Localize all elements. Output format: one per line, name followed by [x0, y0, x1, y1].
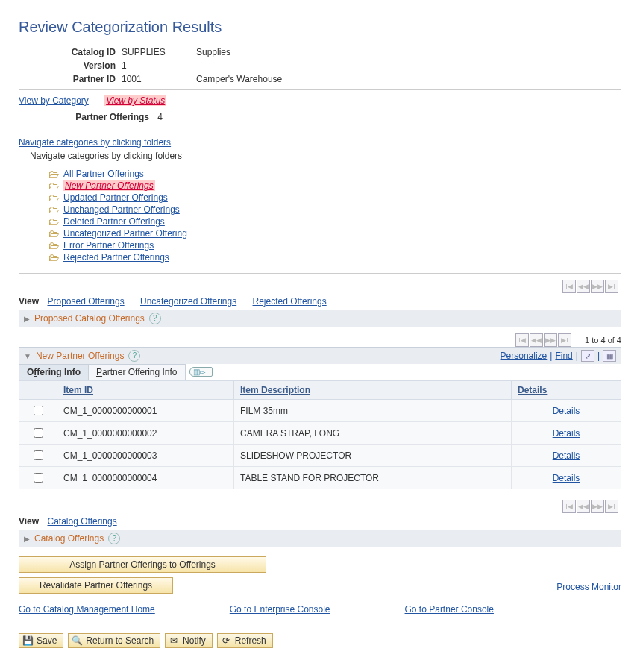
- last-page-icon[interactable]: ▶I: [605, 500, 618, 513]
- item-description-column-header[interactable]: Item Description: [234, 381, 512, 400]
- partner-offerings-label: Partner Offerings: [60, 112, 155, 122]
- version-value: 1: [122, 60, 196, 71]
- process-monitor-link[interactable]: Process Monitor: [556, 582, 621, 592]
- folder-tree: 🗁All Partner Offerings 🗁New Partner Offe…: [48, 169, 621, 263]
- folder-rejected-partner-offerings[interactable]: Rejected Partner Offerings: [63, 252, 169, 263]
- last-page-icon[interactable]: ▶I: [558, 333, 571, 347]
- details-link[interactable]: Details: [553, 473, 580, 483]
- grid2-tabs: Offering Info Partner Offering Info ▥▻: [19, 364, 621, 380]
- notify-button[interactable]: ✉ Notify: [165, 633, 213, 648]
- grid3-nav: I◀ ◀◀ ▶▶ ▶I: [19, 500, 618, 513]
- table-row: CM_1_0000000000004 TABLE STAND FOR PROJE…: [19, 467, 621, 489]
- partner-id-value: 1001: [122, 74, 196, 84]
- catalog-offerings-title: Catalog Offerings: [34, 533, 104, 544]
- last-page-icon[interactable]: ▶I: [605, 280, 618, 293]
- view-by-status-link[interactable]: View by Status: [104, 95, 166, 106]
- item-id-cell: CM_1_0000000000002: [57, 422, 234, 445]
- prev-page-icon[interactable]: ◀◀: [577, 280, 590, 293]
- catalog-name: Supplies: [196, 47, 230, 57]
- folder-icon: 🗁: [48, 228, 59, 239]
- navigate-folders-title[interactable]: Navigate categories by clicking folders: [19, 137, 621, 148]
- item-id-cell: CM_1_0000000000004: [57, 467, 234, 489]
- details-link[interactable]: Details: [553, 428, 580, 439]
- folder-icon: 🗁: [48, 204, 59, 215]
- page-title: Review Categorization Results: [19, 19, 621, 36]
- partner-id-label: Partner ID: [48, 74, 122, 84]
- row-checkbox[interactable]: [34, 450, 43, 460]
- folder-all-partner-offerings[interactable]: All Partner Offerings: [63, 169, 144, 179]
- new-partner-offerings-title: New Partner Offerings: [36, 351, 125, 361]
- personalize-link[interactable]: Personalize: [501, 351, 548, 361]
- revalidate-partner-offerings-button[interactable]: Revalidate Partner Offerings: [19, 577, 173, 594]
- proposed-catalog-offerings-title: Proposed Catalog Offerings: [34, 313, 145, 324]
- catalog-id-value: SUPPLIES: [122, 47, 196, 57]
- details-link[interactable]: Details: [553, 406, 580, 416]
- go-to-partner-console-link[interactable]: Go to Partner Console: [405, 604, 494, 615]
- zoom-grid-icon[interactable]: ⤢: [581, 350, 594, 362]
- refresh-button[interactable]: ⟳ Refresh: [217, 633, 273, 648]
- folder-uncategorized-partner-offering[interactable]: Uncategorized Partner Offering: [63, 228, 187, 239]
- proposed-catalog-offerings-bar[interactable]: ▶ Proposed Catalog Offerings ?: [19, 310, 621, 327]
- find-link[interactable]: Find: [555, 351, 572, 361]
- return-to-search-button[interactable]: 🔍 Return to Search: [68, 633, 160, 648]
- help-icon[interactable]: ?: [149, 313, 161, 324]
- version-label: Version: [48, 60, 122, 71]
- assign-partner-offerings-button[interactable]: Assign Partner Offerings to Offerings: [19, 556, 266, 573]
- help-icon[interactable]: ?: [128, 350, 140, 362]
- offerings-table: Item ID Item Description Details CM_1_00…: [19, 380, 621, 489]
- next-page-icon[interactable]: ▶▶: [544, 333, 557, 347]
- download-grid-icon[interactable]: ▦: [603, 350, 616, 362]
- uncategorized-offerings-link[interactable]: Uncategorized Offerings: [140, 296, 236, 307]
- partner-offerings-count: 4: [157, 112, 163, 122]
- row-checkbox[interactable]: [34, 473, 43, 483]
- item-desc-cell: FILM 35mm: [234, 400, 512, 422]
- folder-icon: 🗁: [48, 192, 59, 203]
- catalog-offerings-link[interactable]: Catalog Offerings: [47, 516, 116, 527]
- folder-error-partner-offerings[interactable]: Error Partner Offerings: [63, 240, 154, 251]
- folder-deleted-partner-offerings[interactable]: Deleted Partner Offerings: [63, 216, 165, 227]
- go-to-catalog-home-link[interactable]: Go to Catalog Management Home: [19, 604, 155, 615]
- proposed-offerings-link[interactable]: Proposed Offerings: [47, 296, 124, 307]
- show-all-columns-icon[interactable]: ▥▻: [189, 367, 213, 377]
- prev-page-icon[interactable]: ◀◀: [577, 500, 590, 513]
- first-page-icon[interactable]: I◀: [515, 333, 529, 347]
- item-desc-cell: SLIDESHOW PROJECTOR: [234, 445, 512, 467]
- item-id-cell: CM_1_0000000000003: [57, 445, 234, 467]
- first-page-icon[interactable]: I◀: [562, 500, 576, 513]
- save-button[interactable]: 💾 Save: [19, 633, 63, 648]
- expand-icon[interactable]: ▶: [24, 315, 30, 323]
- tab-partner-offering-info[interactable]: Partner Offering Info: [88, 364, 186, 380]
- refresh-icon: ⟳: [221, 635, 231, 646]
- folder-icon: 🗁: [48, 240, 59, 251]
- collapse-icon[interactable]: ▼: [24, 352, 31, 360]
- grid2-range: 1 to 4 of 4: [585, 336, 621, 345]
- folder-new-partner-offerings[interactable]: New Partner Offerings: [63, 180, 155, 191]
- details-link[interactable]: Details: [553, 450, 580, 461]
- next-page-icon[interactable]: ▶▶: [591, 280, 604, 293]
- catalog-offerings-bar[interactable]: ▶ Catalog Offerings ?: [19, 530, 621, 547]
- item-id-column-header[interactable]: Item ID: [57, 381, 234, 400]
- row-checkbox[interactable]: [34, 428, 43, 438]
- details-column-header[interactable]: Details: [512, 381, 621, 400]
- folder-updated-partner-offerings[interactable]: Updated Partner Offerings: [63, 192, 168, 203]
- item-desc-cell: CAMERA STRAP, LONG: [234, 422, 512, 445]
- row-checkbox[interactable]: [34, 406, 43, 415]
- rejected-offerings-link[interactable]: Rejected Offerings: [253, 296, 327, 307]
- save-icon: 💾: [22, 635, 33, 646]
- go-to-enterprise-console-link[interactable]: Go to Enterprise Console: [230, 604, 330, 615]
- table-row: CM_1_0000000000003 SLIDESHOW PROJECTOR D…: [19, 445, 621, 467]
- prev-page-icon[interactable]: ◀◀: [530, 333, 543, 347]
- first-page-icon[interactable]: I◀: [562, 280, 576, 293]
- view-by-category-link[interactable]: View by Category: [19, 95, 89, 106]
- header-info: Catalog ID SUPPLIES Supplies Version 1 P…: [48, 47, 621, 84]
- expand-icon[interactable]: ▶: [24, 535, 30, 543]
- table-row: CM_1_0000000000002 CAMERA STRAP, LONG De…: [19, 422, 621, 445]
- item-id-cell: CM_1_0000000000001: [57, 400, 234, 422]
- folder-unchanged-partner-offerings[interactable]: Unchanged Partner Offerings: [63, 204, 180, 215]
- help-icon[interactable]: ?: [108, 533, 120, 544]
- next-page-icon[interactable]: ▶▶: [591, 500, 604, 513]
- view3-label: View: [19, 516, 39, 527]
- view1-label: View: [19, 296, 39, 307]
- tab-offering-info[interactable]: Offering Info: [19, 364, 89, 380]
- table-row: CM_1_0000000000001 FILM 35mm Details: [19, 400, 621, 422]
